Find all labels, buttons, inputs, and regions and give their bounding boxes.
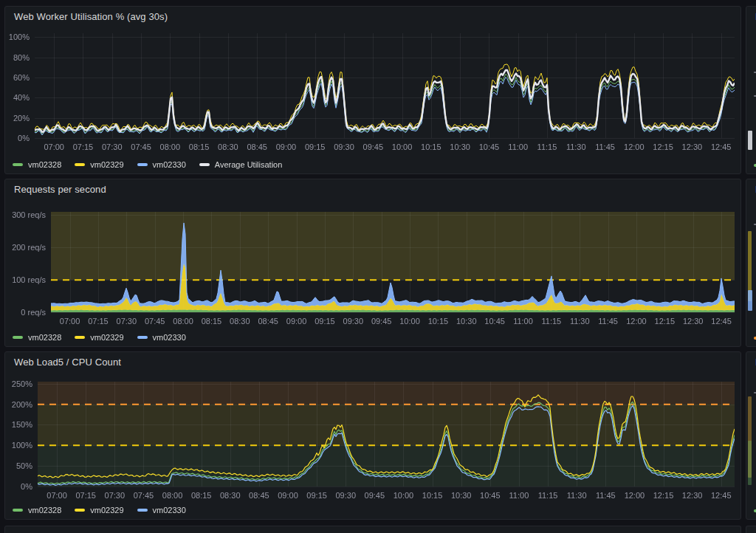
x-tick-label: 11:30 [570,317,590,326]
x-tick-label: 08:15 [189,142,210,151]
legend-item[interactable]: vm02330 [137,333,186,342]
legend-swatch [13,163,23,166]
x-tick-label: 07:30 [117,317,137,326]
legend-label: Average Utilisation [215,160,283,169]
clipped-panel-right-2[interactable]: D [746,179,756,347]
x-tick-label: 10:45 [480,491,501,500]
x-tick-label: 10:00 [399,317,420,326]
x-tick-label: 08:30 [220,491,241,500]
y-tick-label: 0% [5,134,30,142]
x-tick-label: 11:15 [537,142,557,151]
legend-swatch [13,336,23,339]
legend-swatch [75,509,85,512]
x-tick-label: 09:15 [306,491,327,500]
legend-swatch [137,336,148,339]
legend-item[interactable]: vm02329 [75,333,123,342]
y-tick-label: 200% [5,400,32,409]
x-tick-label: 12:15 [655,317,676,326]
x-tick-label: 07:30 [102,142,123,151]
chart-fragment [748,441,752,485]
legend-label: vm02330 [153,333,186,342]
x-tick-label: 11:45 [596,491,616,500]
legend-item[interactable]: vm02328 [13,160,61,169]
x-tick-label: 09:00 [278,491,298,500]
x-tick-label: 12:30 [682,142,703,151]
y-tick-label: 250% [5,379,32,388]
x-tick-label: 09:30 [334,142,354,151]
y-tick-label: 0% [5,482,32,491]
y-tick-label: 200 req/s [5,243,46,252]
clipped-panel-right-1[interactable]: D [746,6,756,174]
x-tick-label: 09:00 [276,142,297,151]
x-tick-label: 09:45 [363,142,384,151]
x-tick-label: 12:00 [624,142,645,151]
y-tick-label: 100 req/s [5,275,46,284]
legend-label: vm02329 [90,506,123,515]
legend-item[interactable]: vm02328 [13,333,61,342]
x-tick-label: 11:30 [566,142,586,151]
legend-label: vm02329 [90,333,123,342]
x-tick-label: 11:00 [508,142,528,151]
x-tick-label: 10:15 [422,491,443,500]
legend-swatch [75,163,85,166]
x-tick-label: 10:45 [484,317,505,326]
x-tick-label: 07:15 [88,317,109,326]
y-tick-label: 20% [5,114,30,123]
legend-label: vm02328 [28,333,61,342]
legend-item[interactable]: vm02329 [75,506,123,515]
legend-item[interactable]: Average Utilisation [199,160,283,169]
x-tick-label: 07:15 [73,142,94,151]
x-tick-label: 09:45 [365,491,385,500]
legend-item[interactable]: vm02330 [137,160,186,169]
y-tick-label: 300 req/s [5,210,46,219]
x-tick-label: 08:00 [173,317,193,326]
x-tick-label: 08:45 [247,142,267,151]
x-tick-label: 12:00 [626,317,647,326]
chart-fragment [748,131,752,150]
panel-web-load5-cpu-count: Web Load5 / CPU Count 07:0007:1507:3007:… [4,351,741,520]
chart-legend: vm02328vm02329vm02330Average Utilisation [13,159,282,171]
x-tick-label: 11:00 [513,317,533,326]
x-tick-label: 08:45 [258,317,278,326]
clipped-panel-right-3[interactable]: D [746,351,756,520]
y-tick-label: 80% [5,53,30,62]
x-tick-label: 07:45 [131,142,151,151]
y-tick-label: 60% [5,73,30,82]
clipped-panel-bottom [4,526,741,533]
legend-label: vm02330 [153,160,186,169]
legend-label: vm02329 [90,160,123,169]
x-tick-label: 12:45 [711,491,732,500]
x-tick-label: 09:45 [371,317,392,326]
x-tick-label: 09:00 [286,317,307,326]
legend-label: vm02328 [28,506,61,515]
legend-swatch [13,509,23,512]
x-tick-label: 11:45 [598,317,618,326]
x-tick-label: 12:45 [711,142,732,151]
x-tick-label: 09:30 [343,317,364,326]
chart-legend: vm02328vm02329vm02330 [13,331,186,343]
y-tick-label: 100% [5,32,30,41]
x-tick-label: 07:45 [134,491,154,500]
x-tick-label: 10:15 [421,142,441,151]
x-tick-label: 11:15 [542,317,562,326]
x-tick-label: 08:30 [218,142,238,151]
chart-legend: vm02328vm02329vm02330 [13,504,186,516]
x-tick-label: 08:00 [160,142,181,151]
x-tick-label: 10:30 [451,491,472,500]
legend-item[interactable]: vm02328 [13,506,61,515]
x-tick-label: 10:00 [392,142,413,151]
x-tick-label: 07:15 [75,491,96,500]
legend-item[interactable]: vm02330 [137,506,186,515]
x-tick-label: 10:15 [428,317,449,326]
legend-label: vm02328 [28,160,61,169]
y-tick-label: 40% [5,93,30,102]
legend-swatch [199,163,210,166]
chart-fragment [748,290,752,311]
x-tick-label: 07:00 [60,317,80,326]
x-tick-label: 11:45 [595,142,615,151]
legend-item[interactable]: vm02329 [75,160,123,169]
x-tick-label: 12:30 [683,317,704,326]
x-tick-label: 08:30 [230,317,250,326]
y-tick-label: 0 req/s [5,308,46,317]
y-tick-label: 100% [5,441,32,450]
